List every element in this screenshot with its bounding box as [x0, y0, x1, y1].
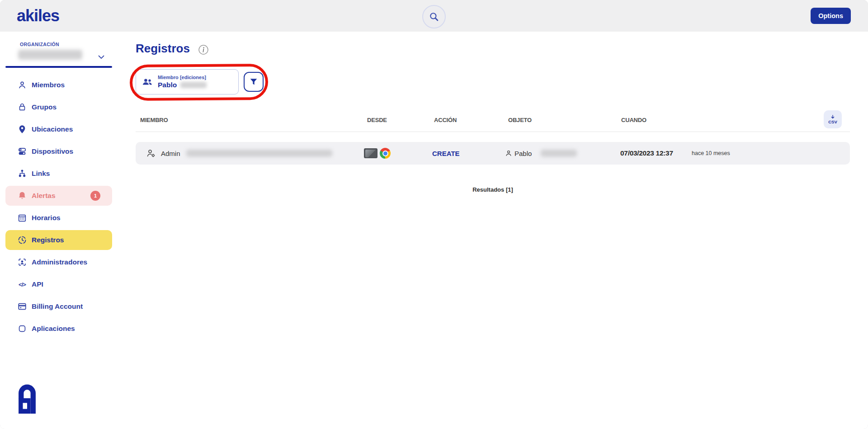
top-bar: akiles Options: [0, 0, 868, 32]
member-email-redacted: [186, 150, 332, 157]
info-icon[interactable]: [198, 44, 209, 56]
column-header-accion: ACCIÓN: [434, 117, 457, 123]
page-title: Registros: [136, 42, 190, 56]
sidebar-item-dispositivos[interactable]: Dispositivos: [5, 141, 112, 161]
clock-icon: [17, 235, 27, 245]
sidebar-nav: Miembros Grupos Ubicaciones Dispositivos: [5, 75, 112, 339]
alert-count-badge: 1: [90, 191, 100, 201]
sidebar-item-miembros[interactable]: Miembros: [5, 75, 112, 95]
akiles-logo: akiles: [17, 6, 59, 25]
search-icon: [428, 11, 440, 23]
results-count: Resultados [1]: [136, 186, 850, 193]
credit-card-icon: [17, 302, 27, 311]
when-datetime: 07/03/2023 12:37: [620, 149, 673, 157]
desktop-monitor-icon: [364, 148, 377, 158]
sidebar-item-registros[interactable]: Registros: [5, 230, 112, 250]
column-header-cuando: CUANDO: [621, 117, 646, 123]
sidebar-item-label: Ubicaciones: [32, 125, 73, 133]
chrome-browser-icon: [380, 148, 391, 159]
sidebar-item-label: Billing Account: [32, 302, 83, 311]
sidebar-item-grupos[interactable]: Grupos: [5, 97, 112, 117]
sidebar-item-links[interactable]: Links: [5, 164, 112, 184]
sidebar-item-label: Links: [32, 170, 50, 178]
sidebar-item-alertas[interactable]: Alertas 1: [5, 186, 112, 206]
members-icon: [142, 76, 153, 88]
calendar-icon: [17, 213, 27, 223]
app-icon: [17, 324, 27, 334]
sidebar-item-aplicaciones[interactable]: Aplicaciones: [5, 319, 112, 339]
filter-value-redacted: [180, 82, 207, 88]
sidebar-item-administradores[interactable]: Administradores: [5, 252, 112, 272]
csv-label: CSV: [828, 119, 837, 124]
sidebar-item-billing-account[interactable]: Billing Account: [5, 297, 112, 316]
organization-name-redacted[interactable]: [18, 50, 82, 60]
filter-field-label: Miembro [ediciones]: [158, 75, 207, 80]
sidebar-item-label: Aplicaciones: [32, 325, 75, 333]
object-surname-redacted: [541, 150, 577, 157]
member-name: Admin: [161, 150, 180, 157]
code-icon: </>: [17, 279, 27, 289]
location-pin-icon: [17, 124, 27, 134]
sidebar-item-ubicaciones[interactable]: Ubicaciones: [5, 119, 112, 139]
member-filter-chip[interactable]: Miembro [ediciones] Pablo: [136, 69, 239, 94]
links-icon: [17, 169, 27, 179]
akiles-mark-logo: [17, 381, 38, 414]
sidebar-item-api[interactable]: </> API: [5, 274, 112, 294]
search-button[interactable]: [422, 5, 446, 28]
sidebar-item-label: Miembros: [32, 81, 65, 89]
person-icon: [17, 80, 27, 90]
sidebar-item-label: Dispositivos: [32, 147, 73, 156]
action-value: CREATE: [432, 150, 460, 157]
bell-icon: [17, 191, 27, 201]
sidebar-item-label: Grupos: [32, 103, 57, 111]
organization-underline: [5, 66, 112, 68]
column-header-objeto: OBJETO: [508, 117, 532, 123]
filter-field-value: Pablo: [158, 81, 177, 89]
column-header-desde: DESDE: [367, 117, 387, 123]
person-icon: [505, 149, 513, 157]
filter-funnel-icon: [249, 77, 259, 87]
person-gear-icon: [146, 148, 156, 159]
object-name: Pablo: [514, 150, 532, 157]
when-relative: hace 10 meses: [692, 150, 730, 156]
main-content: Registros Miembro [ediciones] Pablo: [114, 32, 868, 429]
table-row[interactable]: Admin CREATE Pablo 07/03/2023 12:37 hace…: [136, 142, 850, 165]
filter-button[interactable]: [244, 72, 264, 92]
table-header-row: MIEMBRO DESDE ACCIÓN OBJETO CUANDO CSV: [136, 109, 850, 132]
filter-chip-text: Miembro [ediciones] Pablo: [158, 75, 207, 89]
sidebar: ORGANIZACIÓN Miembros Grupos: [0, 32, 114, 429]
app-window: akiles Options ORGANIZACIÓN Miembros: [0, 0, 868, 429]
sidebar-item-label: Registros: [32, 236, 64, 244]
sidebar-item-label: Alertas: [32, 192, 56, 200]
options-button[interactable]: Options: [811, 8, 851, 24]
csv-export-button[interactable]: CSV: [824, 110, 842, 128]
sidebar-item-label: API: [32, 280, 43, 288]
lock-icon: [17, 102, 27, 112]
admin-icon: [17, 257, 27, 267]
sidebar-item-label: Horarios: [32, 214, 61, 222]
organization-label: ORGANIZACIÓN: [20, 42, 59, 47]
sidebar-item-label: Administradores: [32, 258, 87, 266]
sidebar-item-horarios[interactable]: Horarios: [5, 208, 112, 228]
devices-icon: [17, 146, 27, 156]
records-table: MIEMBRO DESDE ACCIÓN OBJETO CUANDO CSV A…: [136, 109, 850, 165]
chevron-down-icon[interactable]: [96, 52, 107, 62]
column-header-miembro: MIEMBRO: [140, 117, 168, 123]
